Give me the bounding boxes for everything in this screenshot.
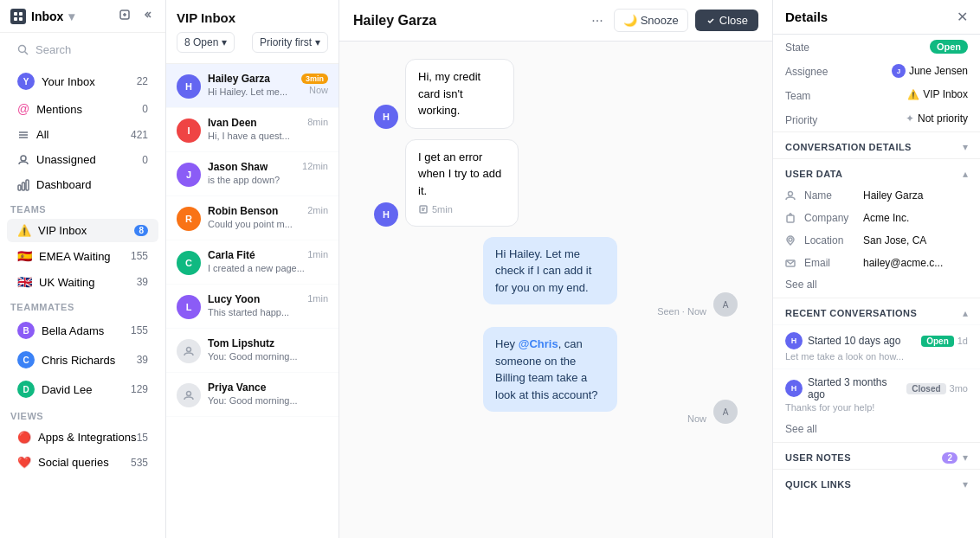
see-all-user-data[interactable]: See all: [773, 275, 980, 298]
sidebar-item-mentions[interactable]: @ Mentions 0: [7, 97, 158, 121]
conv-item-hailey-garza[interactable]: H Hailey Garza 3min Hi Hailey. Let me...…: [166, 64, 338, 108]
ud-location-row: Location San Jose, CA: [773, 230, 980, 253]
moon-icon: 🌙: [623, 14, 637, 27]
recent-conv-item-1[interactable]: H Started 3 months ago Closed 3mo Thanks…: [773, 368, 980, 420]
rc-status-badge: Open: [921, 336, 954, 347]
email-icon: [785, 257, 797, 271]
sidebar-item-your-inbox[interactable]: Y Your Inbox 22: [7, 67, 158, 95]
message-item: H Hi, my credit card isn't working.: [374, 59, 586, 129]
message-meta: 5min: [418, 202, 506, 217]
conv-controls: 8 Open ▾ Priority first ▾: [177, 32, 328, 53]
team-row: Team ⚠️ VIP Inbox: [773, 83, 980, 107]
sidebar-item-david-lee[interactable]: D David Lee 129: [7, 375, 158, 403]
see-all-recent-conv[interactable]: See all: [773, 420, 980, 442]
svg-rect-18: [420, 206, 427, 213]
user-notes-toggle[interactable]: USER NOTES 2 ▾: [773, 442, 980, 469]
chat-messages: H Hi, my credit card isn't working. H I …: [339, 42, 772, 538]
chat-header: Hailey Garza ··· 🌙 Snooze Close: [339, 0, 772, 42]
snooze-button[interactable]: 🌙 Snooze: [614, 9, 688, 32]
conversation-details-toggle[interactable]: CONVERSATION DETAILS ▾: [773, 131, 980, 158]
inbox-grid-icon: [10, 9, 26, 24]
svg-rect-2: [14, 17, 17, 21]
rc-avatar: H: [785, 380, 803, 397]
chevron-up-icon: ▴: [963, 168, 968, 180]
sidebar-item-uk-waiting[interactable]: 🇬🇧 UK Waiting 39: [7, 270, 158, 294]
bella-adams-avatar: B: [17, 322, 35, 339]
ghost-avatar: [177, 339, 201, 363]
conv-item-priya-vance[interactable]: Priya Vance You: Good morning...: [166, 373, 338, 417]
sidebar-item-vip-inbox[interactable]: ⚠️ VIP Inbox 8: [7, 219, 158, 242]
collapse-icon[interactable]: [139, 7, 155, 25]
more-options-btn[interactable]: ···: [588, 10, 606, 32]
user-data-toggle[interactable]: USER DATA ▴: [773, 158, 980, 185]
teammates-section-label: TEAMMATES: [0, 295, 165, 316]
sidebar-item-bella-adams[interactable]: B Bella Adams 155: [7, 317, 158, 344]
chris-avatar: C: [17, 351, 35, 368]
chevron-down-icon: ▾: [963, 141, 968, 153]
chat-header-actions: ··· 🌙 Snooze Close: [588, 9, 758, 32]
sidebar-title-btn[interactable]: Inbox ▾: [10, 9, 74, 24]
chevron-down-icon: ▾: [222, 36, 227, 48]
message-bubble: Hi, my credit card isn't working.: [405, 59, 514, 129]
open-count-filter[interactable]: 8 Open ▾: [177, 32, 235, 53]
conversation-list: VIP Inbox 8 Open ▾ Priority first ▾ H Ha…: [166, 0, 339, 538]
mentions-icon: @: [17, 102, 29, 116]
chevron-down-icon: ▾: [963, 452, 968, 464]
conv-item-jason-shaw[interactable]: J Jason Shaw 12min is the app down?: [166, 152, 338, 196]
conv-avatar: C: [177, 251, 201, 275]
agent-avatar: A: [713, 292, 738, 317]
sidebar-item-apps-integrations[interactable]: 🔴 Apps & Integrations 15: [7, 426, 158, 449]
conv-avatar: I: [177, 118, 201, 143]
mention-chris: @Chris: [519, 337, 558, 350]
right-panel: Details ✕ State Open Assignee J June Jen…: [772, 0, 980, 538]
recent-conv-item-0[interactable]: H Started 10 days ago Open 1d Let me tak…: [773, 324, 980, 368]
conv-item-lucy-yoon[interactable]: L Lucy Yoon 1min This started happ...: [166, 285, 338, 329]
close-button[interactable]: Close: [695, 10, 758, 31]
svg-point-17: [187, 392, 191, 396]
sidebar-item-dashboard[interactable]: Dashboard: [7, 173, 158, 196]
search-item[interactable]: Search: [7, 36, 158, 63]
uk-flag-icon: 🇬🇧: [17, 275, 32, 289]
chevron-up-icon: ▴: [963, 307, 968, 319]
state-row: State Open: [773, 35, 980, 59]
teams-section-label: TEAMS: [0, 197, 165, 218]
conv-avatar: H: [177, 74, 201, 99]
conv-avatar: L: [177, 295, 201, 319]
priority-filter[interactable]: Priority first ▾: [252, 32, 328, 53]
compose-icon[interactable]: [117, 7, 132, 25]
conv-avatar: R: [177, 207, 201, 231]
quick-links-toggle[interactable]: QUICK LINKS ▾: [773, 469, 980, 496]
unassigned-icon: [17, 154, 29, 166]
conv-item-ivan-deen[interactable]: I Ivan Deen 8min Hi, I have a quest...: [166, 108, 338, 152]
svg-rect-0: [14, 12, 17, 16]
rc-status-badge: Closed: [906, 383, 945, 394]
conv-item-carla-fite[interactable]: C Carla Fité 1min I created a new page..…: [166, 240, 338, 285]
svg-rect-1: [19, 12, 23, 16]
details-close-btn[interactable]: ✕: [957, 9, 968, 25]
sidebar-item-emea-waiting[interactable]: 🇪🇸 EMEA Waiting 155: [7, 244, 158, 268]
svg-point-7: [19, 46, 26, 53]
attachment-icon: [418, 204, 429, 215]
conv-item-robin-benson[interactable]: R Robin Benson 2min Could you point m...: [166, 196, 338, 240]
conv-item-tom-lipshutz[interactable]: Tom Lipshutz You: Good morning...: [166, 329, 338, 373]
sidebar: Inbox ▾ Search Y Your Inbox 22 @ Mention…: [0, 0, 166, 538]
sidebar-item-unassigned[interactable]: Unassigned 0: [7, 148, 158, 171]
chat-contact-name: Hailey Garza: [353, 13, 436, 29]
sidebar-item-all[interactable]: All 421: [7, 123, 158, 146]
rc-avatar: H: [785, 332, 803, 349]
recent-conversations-toggle[interactable]: RECENT CONVERSATIONS ▴: [773, 298, 980, 324]
message-item: A Hey @Chris, can someone on the Billing…: [483, 327, 738, 424]
message-bubble: Hi Hailey. Let me check if I can add it …: [483, 237, 617, 305]
sidebar-item-chris-richards[interactable]: C Chris Richards 39: [7, 346, 158, 374]
conv-avatar: J: [177, 163, 201, 187]
social-icon: ❤️: [17, 456, 31, 469]
conv-list-header: VIP Inbox 8 Open ▾ Priority first ▾: [166, 0, 338, 64]
conv-list-title: VIP Inbox: [177, 10, 328, 25]
dashboard-icon: [17, 179, 29, 191]
emea-flag-icon: 🇪🇸: [17, 249, 32, 263]
sidebar-item-social-queries[interactable]: ❤️ Social queries 535: [7, 451, 158, 474]
close-icon: [706, 16, 716, 26]
message-avatar: H: [374, 105, 398, 129]
message-time: Now: [483, 413, 706, 424]
svg-rect-22: [787, 215, 794, 222]
